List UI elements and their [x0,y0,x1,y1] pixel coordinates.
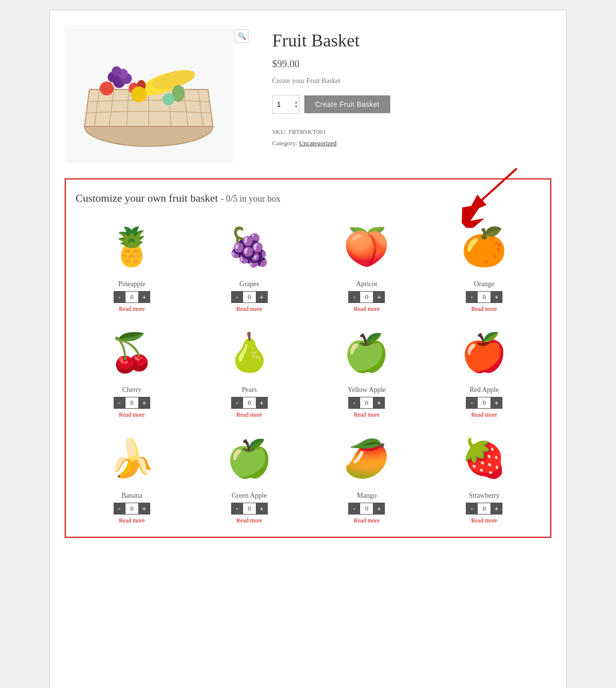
quantity-up-button[interactable]: ▲ [294,100,298,104]
quantity-down-button[interactable]: ▼ [294,104,298,109]
fruits-grid: 🍍 Pineapple - 0 + Read more 🍇 Grapes - 0… [76,217,540,524]
product-description: Create your Fruit Basket [272,77,551,85]
fruit-item-orange: 🍊 Orange - 0 + Read more [428,217,540,313]
fruit-name-green-apple: Green Apple [232,492,267,500]
fruit-qty-plus-green-apple[interactable]: + [256,503,267,514]
fruit-qty-control-orange: - 0 + [466,291,502,303]
fruit-item-yellow-apple: 🍏 Yellow Apple - 0 + Read more [311,323,423,419]
fruit-qty-plus-orange[interactable]: + [491,292,502,302]
read-more-pears[interactable]: Read more [236,411,262,419]
fruit-qty-plus-pineapple[interactable]: + [139,292,150,302]
customizer-title-text: Customize your own fruit basket [76,192,218,204]
fruit-qty-control-strawberry: - 0 + [466,503,502,515]
fruit-qty-plus-red-apple[interactable]: + [491,397,502,408]
product-info: Fruit Basket $99.00 Create your Fruit Ba… [272,25,551,164]
fruit-emoji-red-apple: 🍎 [461,334,507,371]
fruit-qty-minus-banana[interactable]: - [114,503,125,514]
fruit-image-grapes: 🍇 [217,217,282,276]
customizer-section: Customize your own fruit basket - 0/5 in… [65,178,551,538]
fruit-qty-plus-pears[interactable]: + [256,397,267,408]
fruit-qty-plus-strawberry[interactable]: + [491,503,502,514]
fruit-image-red-apple: 🍎 [452,323,516,382]
fruit-qty-minus-orange[interactable]: - [466,292,477,302]
fruit-qty-display-orange: 0 [477,292,491,302]
fruit-name-red-apple: Red Apple [469,386,499,394]
read-more-grapes[interactable]: Read more [236,305,262,313]
fruit-qty-minus-red-apple[interactable]: - [466,397,477,408]
product-section: 🔍 [65,25,551,164]
fruit-image-apricot: 🍑 [334,217,399,276]
fruit-name-pears: Pears [242,386,256,394]
fruit-qty-plus-banana[interactable]: + [139,503,150,514]
fruit-item-grapes: 🍇 Grapes - 0 + Read more [193,217,306,313]
fruit-qty-minus-grapes[interactable]: - [232,292,243,302]
read-more-yellow-apple[interactable]: Read more [354,411,379,419]
fruit-name-grapes: Grapes [240,280,259,288]
fruit-qty-minus-pears[interactable]: - [232,397,243,408]
fruit-qty-control-cherry: - 0 + [114,397,150,409]
fruit-qty-control-pears: - 0 + [231,397,268,409]
read-more-pineapple[interactable]: Read more [119,305,145,313]
fruit-qty-minus-yellow-apple[interactable]: - [349,397,360,408]
fruit-name-banana: Banana [122,492,142,500]
fruit-emoji-grapes: 🍇 [226,228,273,265]
fruit-qty-display-cherry: 0 [125,397,139,408]
fruit-emoji-yellow-apple: 🍏 [343,334,390,371]
fruit-image-pineapple: 🍍 [100,217,164,276]
svg-point-19 [100,82,114,95]
fruit-item-strawberry: 🍓 Strawberry - 0 + Read more [428,429,540,524]
fruit-qty-plus-cherry[interactable]: + [139,397,150,408]
fruit-image-mango: 🥭 [334,429,399,488]
fruit-emoji-mango: 🥭 [343,440,390,477]
read-more-strawberry[interactable]: Read more [471,517,497,524]
fruit-qty-display-yellow-apple: 0 [360,397,373,408]
fruit-emoji-banana: 🍌 [109,440,155,477]
create-basket-button[interactable]: Create Fruit Basket [304,95,390,113]
fruit-qty-minus-green-apple[interactable]: - [232,503,243,514]
add-to-cart-row: ▲ ▼ Create Fruit Basket [272,95,551,114]
fruit-item-red-apple: 🍎 Red Apple - 0 + Read more [428,323,540,419]
fruit-qty-minus-cherry[interactable]: - [114,397,125,408]
svg-point-21 [163,93,174,105]
fruit-qty-display-mango: 0 [360,503,373,514]
fruit-image-pears: 🍐 [217,323,282,382]
read-more-cherry[interactable]: Read more [119,411,145,419]
basket-image [65,25,233,164]
fruit-qty-control-pineapple: - 0 + [114,291,150,303]
fruit-qty-minus-apricot[interactable]: - [349,292,360,302]
read-more-apricot[interactable]: Read more [354,305,379,313]
category-link[interactable]: Uncategorized [299,139,337,147]
fruit-qty-plus-grapes[interactable]: + [256,292,267,302]
fruit-emoji-cherry: 🍒 [109,334,155,371]
read-more-banana[interactable]: Read more [119,517,145,524]
fruit-image-yellow-apple: 🍏 [334,323,399,382]
fruit-qty-control-grapes: - 0 + [231,291,268,303]
read-more-orange[interactable]: Read more [471,305,497,313]
fruit-qty-plus-yellow-apple[interactable]: + [373,397,384,408]
product-title: Fruit Basket [272,30,551,51]
fruit-name-strawberry: Strawberry [469,492,499,500]
fruit-qty-control-banana: - 0 + [114,503,150,515]
read-more-red-apple[interactable]: Read more [471,411,497,419]
quantity-spinners: ▲ ▼ [294,100,298,109]
zoom-icon[interactable]: 🔍 [235,29,248,43]
fruit-image-strawberry: 🍓 [452,429,516,488]
fruit-qty-minus-strawberry[interactable]: - [466,503,477,514]
fruit-name-apricot: Apricot [356,280,377,288]
fruit-qty-minus-pineapple[interactable]: - [114,292,125,302]
fruit-item-cherry: 🍒 Cherry - 0 + Read more [76,323,188,419]
fruit-qty-plus-apricot[interactable]: + [373,292,384,302]
fruit-qty-display-red-apple: 0 [477,397,491,408]
fruit-emoji-apricot: 🍑 [343,228,390,265]
fruit-qty-display-strawberry: 0 [477,503,491,514]
read-more-mango[interactable]: Read more [354,517,379,524]
read-more-green-apple[interactable]: Read more [236,517,262,524]
fruit-item-pineapple: 🍍 Pineapple - 0 + Read more [76,217,188,313]
fruit-emoji-orange: 🍊 [461,228,507,265]
fruit-qty-plus-mango[interactable]: + [373,503,384,514]
quantity-input[interactable] [275,100,290,108]
customizer-title: Customize your own fruit basket - 0/5 in… [76,192,540,205]
customizer-counter: - 0/5 in your box [221,194,281,204]
fruit-item-pears: 🍐 Pears - 0 + Read more [193,323,306,419]
fruit-qty-minus-mango[interactable]: - [349,503,360,514]
